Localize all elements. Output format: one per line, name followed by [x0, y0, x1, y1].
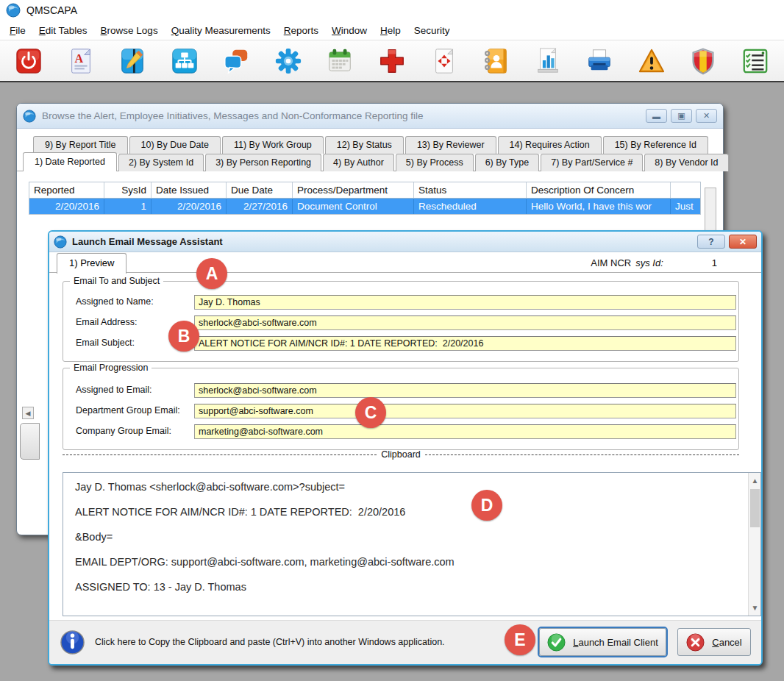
tab-by-reference-id[interactable]: 15) By Reference Id — [603, 136, 708, 154]
tab-by-system-id[interactable]: 2) By System Id — [118, 154, 204, 171]
clipboard-line: ASSIGNED TO: 13 - Jay D. Thomas — [75, 581, 747, 593]
clipboard-separator-label: Clipboard — [377, 449, 425, 460]
edit-document-icon[interactable]: A — [64, 44, 98, 78]
shield-icon[interactable] — [686, 44, 720, 78]
chat-icon[interactable] — [219, 44, 253, 78]
printer-icon[interactable] — [582, 44, 616, 78]
tab-by-author[interactable]: 4) By Author — [323, 154, 394, 171]
notebook-edit-icon[interactable] — [115, 44, 149, 78]
scroll-up-icon[interactable]: ▲ — [749, 474, 761, 487]
col-extra — [671, 182, 700, 199]
company-group-email-label: Company Group Email: — [76, 426, 171, 436]
cell-description: Hello World, I have this wor — [527, 199, 671, 214]
tab-by-work-group[interactable]: 11) By Work Group — [222, 136, 324, 154]
check-icon — [547, 633, 566, 652]
email-subject-field[interactable]: ALERT NOTICE FOR AIM/NCR ID#: 1 DATE REP… — [194, 336, 736, 351]
menu-help[interactable]: Help — [374, 23, 407, 38]
cell-status: Rescheduled — [414, 199, 527, 214]
close-button[interactable]: ✕ — [696, 109, 717, 123]
col-date-issued: Date Issued — [152, 182, 227, 199]
records-table: Reported SysId Date Issued Due Date Proc… — [29, 182, 701, 215]
department-group-email-field[interactable]: support@abci-software.com — [194, 404, 736, 418]
cancel-button[interactable]: Cancel — [677, 628, 751, 656]
tab-by-part-service[interactable]: 7) By Part/Service # — [541, 154, 643, 171]
menubar: File Edit Tables Browse Logs Quality Mea… — [0, 21, 784, 40]
menu-security[interactable]: Security — [407, 23, 457, 38]
group-title: Email To and Subject — [70, 276, 163, 286]
launch-email-client-button[interactable]: Launch Email Client — [539, 628, 666, 656]
assigned-to-name-field[interactable]: Jay D. Thomas — [194, 295, 736, 310]
tab-by-status[interactable]: 12) By Status — [325, 136, 404, 154]
dialog-titlebar[interactable]: Launch Email Message Assistant ? ✕ — [49, 232, 761, 252]
email-dialog: Launch Email Message Assistant ? ✕ 1) Pr… — [48, 230, 763, 666]
group-title: Email Progression — [70, 363, 152, 373]
table-row[interactable]: 2/20/2016 1 2/20/2016 2/27/2016 Document… — [29, 199, 700, 214]
assigned-to-email-label: Assigned to Email: — [76, 385, 152, 395]
menu-file[interactable]: File — [3, 23, 32, 38]
menu-reports[interactable]: Reports — [277, 23, 325, 38]
launch-button-label: Launch Email Client — [573, 637, 658, 648]
clipboard-line: EMAIL DEPT/ORG: support@abci-software.co… — [75, 556, 747, 568]
table-header-row: Reported SysId Date Issued Due Date Proc… — [29, 182, 700, 199]
clipboard-line: Jay D. Thomas <sherlock@abci-software.co… — [75, 481, 747, 493]
dialog-globe-icon — [54, 235, 67, 249]
toolbar: A — [0, 40, 784, 82]
assigned-to-email-field[interactable]: sherlock@abci-software.com — [194, 383, 736, 398]
col-status: Status — [414, 182, 527, 199]
tab-by-process[interactable]: 5) By Process — [396, 154, 474, 171]
menu-window[interactable]: Window — [325, 23, 374, 38]
browse-window-title: Browse the Alert, Employee Initiatives, … — [42, 110, 642, 121]
partial-button[interactable] — [20, 423, 40, 460]
email-address-label: Email Address: — [76, 317, 137, 327]
tab-by-type[interactable]: 6) By Type — [475, 154, 540, 171]
menu-edit-tables[interactable]: Edit Tables — [32, 23, 94, 38]
copy-clipboard-hint[interactable]: Click here to Copy the Clipboard and pas… — [95, 637, 445, 647]
address-book-icon[interactable] — [479, 44, 513, 78]
tab-preview[interactable]: 1) Preview — [57, 253, 126, 274]
col-description: Description Of Concern — [527, 182, 671, 199]
clipboard-line: &Body= — [75, 531, 747, 543]
annotation-e: E — [505, 624, 535, 655]
warning-icon[interactable] — [635, 44, 669, 78]
help-button[interactable]: ? — [697, 235, 725, 249]
tab-date-reported[interactable]: 1) Date Reported — [23, 152, 117, 171]
tab-by-due-date[interactable]: 10) By Due Date — [129, 136, 221, 154]
maximize-button[interactable]: ▣ — [671, 109, 692, 123]
tab-by-reviewer[interactable]: 13) By Reviewer — [405, 136, 496, 154]
cell-date-issued: 2/20/2016 — [152, 199, 227, 214]
minimize-button[interactable]: ▬ — [646, 109, 667, 123]
report-cross-icon[interactable] — [427, 44, 461, 78]
checklist-icon[interactable] — [738, 44, 772, 78]
scroll-down-icon[interactable]: ▼ — [749, 602, 761, 614]
clipboard-line: ALERT NOTICE FOR AIM/NCR ID#: 1 DATE REP… — [75, 506, 747, 518]
tab-requires-action[interactable]: 14) Requires Action — [498, 136, 602, 154]
annotation-b: B — [168, 321, 199, 352]
info-icon[interactable] — [60, 630, 85, 658]
tab-by-person-reporting[interactable]: 3) By Person Reporting — [205, 154, 321, 171]
sitemap-icon[interactable] — [168, 44, 202, 78]
menu-quality-measurements[interactable]: Quality Measurements — [165, 23, 277, 38]
settings-gear-icon[interactable] — [271, 44, 305, 78]
email-address-field[interactable]: sherlock@abci-software.com — [194, 315, 736, 330]
calendar-icon[interactable] — [323, 44, 357, 78]
email-subject-label: Email Subject: — [76, 338, 135, 348]
clipboard-textarea[interactable]: Jay D. Thomas <sherlock@abci-software.co… — [63, 472, 761, 616]
window-globe-icon — [23, 110, 36, 123]
browse-window-titlebar[interactable]: Browse the Alert, Employee Initiatives, … — [17, 104, 723, 129]
tab-by-report-title[interactable]: 9) By Report Title — [33, 136, 128, 154]
company-group-email-field[interactable]: marketing@abci-software.com — [194, 424, 736, 439]
bar-chart-icon[interactable] — [531, 44, 565, 78]
scrollbar-left-arrow[interactable]: ◀ — [22, 407, 34, 419]
col-process-department: Process/Department — [293, 182, 414, 199]
screen: QMSCAPA File Edit Tables Browse Logs Qua… — [0, 0, 784, 681]
add-record-icon[interactable] — [375, 44, 409, 78]
cell-sysid: 1 — [104, 199, 152, 214]
tab-by-vendor-id[interactable]: 8) By Vendor Id — [644, 154, 728, 171]
clipboard-scrollbar[interactable]: ▲ ▼ — [748, 473, 760, 616]
scrollbar-thumb[interactable] — [750, 489, 760, 527]
sys-id-label-b: sys Id: — [635, 257, 663, 268]
power-icon[interactable] — [12, 44, 46, 78]
menu-browse-logs[interactable]: Browse Logs — [94, 23, 165, 38]
dialog-close-button[interactable]: ✕ — [729, 235, 757, 249]
cancel-button-label: Cancel — [712, 637, 741, 648]
